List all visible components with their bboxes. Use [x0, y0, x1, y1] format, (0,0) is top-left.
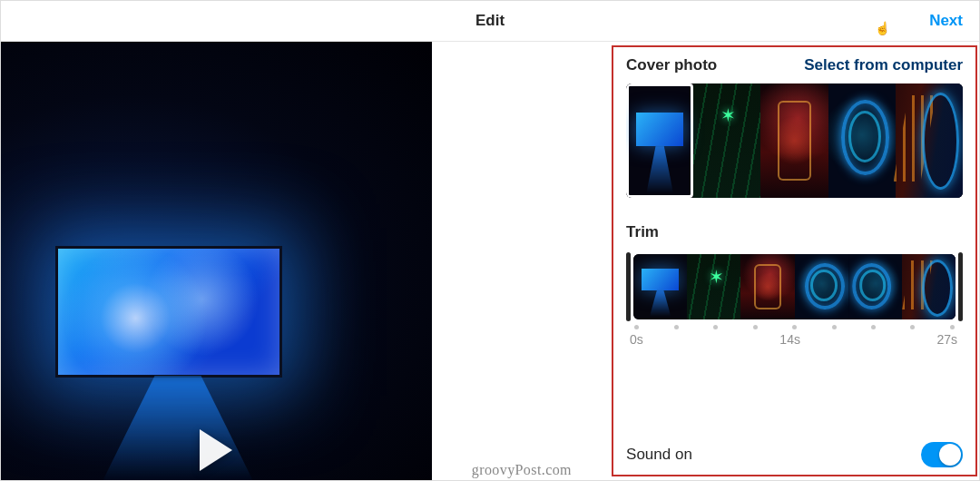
next-button[interactable]: Next — [929, 12, 963, 30]
trim-frame — [795, 254, 848, 319]
play-button[interactable] — [200, 429, 232, 471]
trim-section: Trim 0s — [626, 223, 963, 347]
trim-frame — [633, 254, 687, 319]
cover-header: Cover photo Select from computer — [626, 56, 963, 74]
trim-frame — [687, 254, 740, 319]
trim-ticks — [634, 325, 955, 329]
cover-frame[interactable] — [896, 83, 963, 198]
cover-photo-strip[interactable] — [626, 83, 963, 198]
spacer: groovyPost.com — [432, 42, 612, 480]
video-preview[interactable] — [1, 42, 432, 480]
trim-times: 0s 14s 27s — [630, 332, 957, 347]
sound-row: Sound on — [626, 429, 963, 467]
trim-time-end: 27s — [936, 332, 957, 347]
trim-handle-start[interactable] — [626, 252, 631, 321]
trim-handle-end[interactable] — [958, 252, 963, 321]
cover-photo-label: Cover photo — [626, 56, 717, 74]
dialog-header: Edit Next — [1, 1, 979, 42]
trim-time-start: 0s — [630, 332, 643, 347]
edit-dialog: Edit Next groovyPost.com Cover photo Sel… — [0, 0, 980, 481]
page-title: Edit — [475, 12, 505, 30]
play-icon — [200, 429, 232, 471]
video-frame — [1, 42, 432, 480]
cover-frame[interactable] — [693, 83, 760, 198]
watermark-text: groovyPost.com — [472, 462, 572, 478]
dialog-body: groovyPost.com Cover photo Select from c… — [1, 42, 979, 480]
sound-toggle[interactable] — [921, 442, 963, 467]
trim-frame — [740, 254, 794, 319]
toggle-knob — [939, 444, 961, 466]
sound-on-label: Sound on — [626, 446, 692, 464]
cover-frame-selected[interactable] — [626, 83, 693, 198]
trim-frame — [902, 254, 956, 319]
select-from-computer-link[interactable]: Select from computer — [804, 56, 963, 74]
trim-time-mid: 14s — [779, 332, 800, 347]
cover-frame[interactable] — [828, 83, 896, 198]
trim-label: Trim — [626, 223, 659, 240]
trim-bar[interactable] — [626, 254, 963, 319]
stage-screen-graphic — [55, 246, 282, 378]
edit-sidebar: Cover photo Select from computer ☝ Trim — [612, 45, 977, 476]
cover-frame[interactable] — [760, 83, 828, 198]
trim-frame — [848, 254, 902, 319]
trim-strip[interactable] — [633, 254, 956, 319]
